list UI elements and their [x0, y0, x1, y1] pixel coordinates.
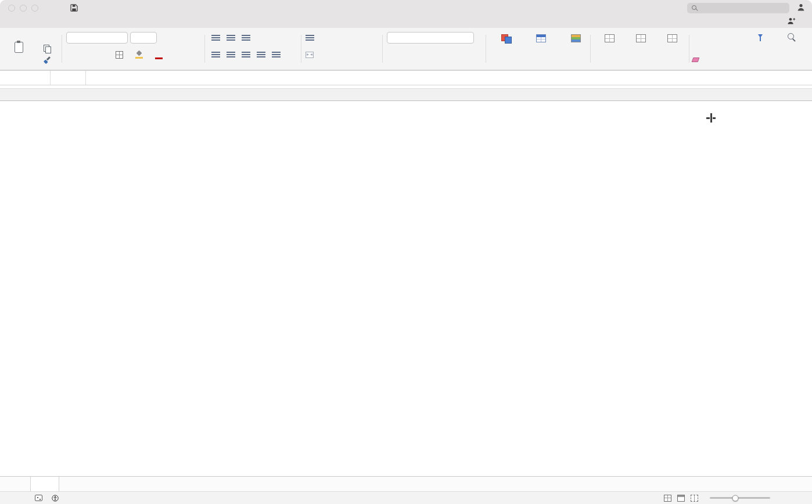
decrease-indent-button[interactable] — [254, 49, 267, 60]
increase-indent-icon — [272, 52, 281, 58]
clear-icon — [692, 57, 700, 62]
align-right-button[interactable] — [239, 49, 252, 60]
increase-font-size-button[interactable] — [159, 32, 172, 44]
orientation-button[interactable] — [254, 32, 272, 44]
clear-button[interactable] — [692, 55, 706, 64]
name-box-stepper[interactable] — [38, 78, 46, 78]
traffic-light-minimize[interactable] — [20, 5, 27, 12]
align-bottom-icon — [242, 35, 250, 41]
excel-window — [0, 0, 812, 504]
align-top-icon — [211, 35, 220, 41]
sheet-tab-sheet2[interactable] — [30, 477, 59, 491]
wrap-text-button[interactable] — [306, 31, 323, 44]
align-middle-icon — [227, 35, 235, 41]
conditional-formatting-icon — [501, 34, 511, 43]
status-bar — [0, 491, 812, 504]
borders-icon — [116, 51, 123, 59]
comma-format-button[interactable] — [422, 49, 434, 60]
autosum-button[interactable] — [692, 32, 706, 41]
align-middle-button[interactable] — [224, 32, 237, 44]
decrease-font-size-button[interactable] — [174, 32, 187, 44]
insert-cells-icon — [605, 34, 615, 42]
undo-icon[interactable] — [90, 8, 91, 8]
page-layout-view-icon[interactable] — [677, 495, 685, 502]
paste-icon — [15, 42, 23, 53]
column-headers — [0, 88, 812, 101]
currency-format-button[interactable] — [387, 49, 404, 60]
normal-view-icon[interactable] — [664, 495, 671, 502]
share-icon — [787, 17, 796, 26]
align-right-icon — [242, 52, 250, 58]
customize-toolbar-icon[interactable] — [116, 8, 117, 8]
align-left-button[interactable] — [209, 49, 222, 60]
selection-mode-icon — [35, 495, 42, 501]
fill-color-button[interactable] — [131, 49, 149, 60]
sheet-nav-prev-icon[interactable] — [2, 477, 10, 491]
increase-indent-button[interactable] — [270, 49, 282, 60]
format-painter-icon[interactable] — [43, 56, 51, 64]
share-button[interactable] — [787, 17, 799, 28]
zoom-slider-knob[interactable] — [732, 495, 738, 501]
sort-filter-button[interactable] — [742, 31, 774, 67]
number-format-select[interactable] — [387, 32, 474, 44]
format-as-table-icon — [536, 34, 546, 42]
page-break-view-icon[interactable] — [691, 495, 698, 502]
conditional-formatting-button[interactable] — [490, 31, 522, 67]
ribbon-tab-row — [0, 16, 812, 28]
align-bottom-button[interactable] — [239, 32, 252, 44]
name-box[interactable] — [0, 71, 38, 85]
increase-decimal-button[interactable] — [437, 49, 450, 60]
format-as-table-button[interactable] — [525, 31, 556, 67]
decrease-decimal-button[interactable] — [452, 49, 465, 60]
sheet-nav-next-icon[interactable] — [10, 477, 19, 491]
wrap-text-icon — [306, 35, 314, 41]
zoom-slider[interactable] — [710, 497, 770, 499]
find-select-button[interactable] — [776, 31, 807, 67]
search-input[interactable] — [687, 3, 789, 13]
cut-icon[interactable] — [43, 33, 51, 41]
delete-cells-icon — [636, 34, 646, 42]
titlebar — [0, 0, 812, 16]
traffic-light-close[interactable] — [8, 5, 15, 12]
underline-button[interactable] — [96, 49, 109, 60]
traffic-light-zoom[interactable] — [31, 5, 38, 12]
find-select-icon — [788, 33, 796, 42]
quick-access-toolbar — [58, 4, 117, 12]
formula-bar — [0, 70, 812, 85]
formula-input[interactable] — [89, 71, 803, 85]
bold-button[interactable] — [66, 49, 79, 60]
italic-button[interactable] — [81, 49, 94, 60]
insert-cells-button[interactable] — [596, 31, 623, 67]
font-color-icon — [155, 51, 163, 59]
format-cells-button[interactable] — [659, 31, 685, 67]
account-icon[interactable] — [797, 3, 805, 13]
sort-filter-icon — [753, 33, 763, 42]
delete-cells-button[interactable] — [627, 31, 654, 67]
copy-icon[interactable] — [43, 45, 51, 52]
sheet-tab-bar — [0, 476, 812, 491]
cell-styles-icon — [571, 34, 581, 42]
font-color-button[interactable] — [151, 49, 168, 60]
align-top-button[interactable] — [209, 32, 222, 44]
percent-format-button[interactable] — [407, 49, 419, 60]
accessibility-icon — [52, 495, 59, 502]
fill-button[interactable] — [692, 44, 706, 53]
font-name-select[interactable] — [66, 32, 128, 44]
borders-button[interactable] — [112, 49, 129, 60]
align-left-icon — [211, 52, 220, 58]
grid-rows — [0, 101, 812, 476]
align-center-icon — [227, 52, 235, 58]
decrease-indent-icon — [257, 52, 265, 58]
font-size-select[interactable] — [130, 32, 157, 44]
merge-centre-button[interactable] — [306, 48, 322, 61]
cell-styles-button[interactable] — [560, 31, 591, 67]
paste-button[interactable] — [6, 31, 31, 67]
search-icon — [692, 5, 698, 11]
save-icon[interactable] — [70, 4, 78, 12]
add-sheet-button[interactable] — [59, 477, 76, 491]
align-center-button[interactable] — [224, 49, 237, 60]
format-cells-icon — [667, 34, 677, 42]
fill-color-icon — [135, 51, 143, 59]
merge-centre-icon — [306, 52, 314, 58]
ribbon — [0, 28, 812, 70]
